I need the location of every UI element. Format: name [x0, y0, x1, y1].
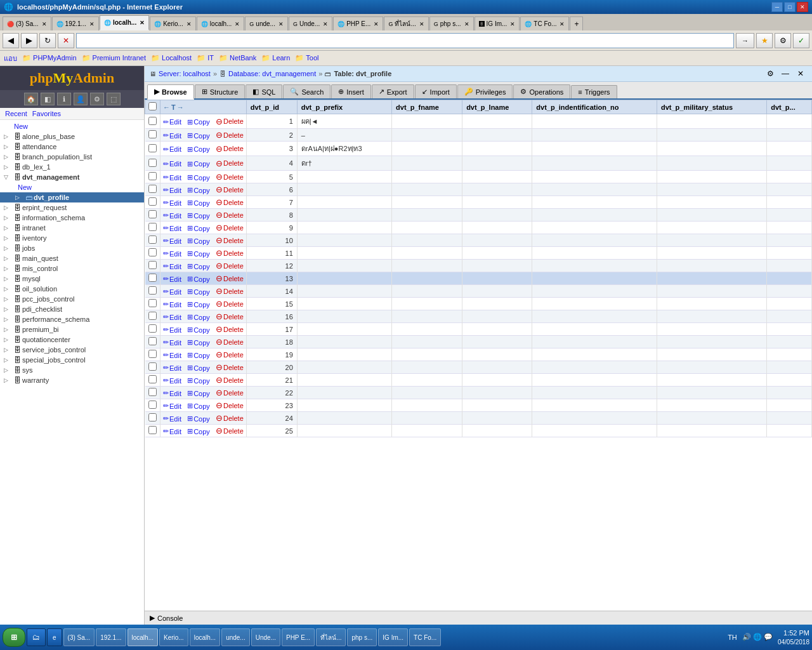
delete-link[interactable]: ⊖ Delete	[216, 388, 244, 397]
copy-link[interactable]: ⊞ Copy	[187, 199, 210, 207]
db-dvt-profile[interactable]: ▷ 🗃 dvt_profile	[0, 192, 144, 202]
tab-line[interactable]: Gที่ไลน์...✕	[384, 17, 428, 30]
edit-link[interactable]: ✏ Edit	[163, 224, 181, 232]
edit-link[interactable]: ✏ Edit	[163, 118, 181, 126]
col-dvt-p-mil[interactable]: dvt_p_military_status	[657, 100, 767, 114]
start-button[interactable]: ⊞	[3, 628, 25, 647]
db-dvt-new[interactable]: New	[0, 182, 144, 192]
db-mysql[interactable]: ▷ 🗄 mysql	[0, 274, 144, 284]
tab-sa-close[interactable]: ✕	[42, 21, 47, 27]
row-select-checkbox[interactable]	[148, 286, 157, 295]
tab-phps[interactable]: Gphp s...✕	[429, 17, 474, 30]
row-select-checkbox[interactable]	[148, 350, 157, 358]
delete-link[interactable]: ⊖ Delete	[216, 117, 244, 126]
close-button[interactable]: ✕	[797, 2, 808, 12]
tab-search[interactable]: 🔍 Search	[283, 84, 331, 98]
select-all-checkbox[interactable]	[148, 102, 157, 110]
edit-link[interactable]: ✏ Edit	[163, 427, 181, 435]
taskbar-btn-unde2[interactable]: Unde...	[251, 628, 280, 646]
db-alone[interactable]: ▷ 🗄 alone_plus_base	[0, 131, 144, 142]
delete-link[interactable]: ⊖ Delete	[216, 312, 244, 321]
edit-link[interactable]: ✏ Edit	[163, 351, 181, 359]
tab-privileges[interactable]: 🔑 Privileges	[457, 84, 513, 98]
taskbar-btn-sa[interactable]: (3) Sa...	[63, 628, 95, 646]
tab-ig[interactable]: 🅱IG Im...✕	[475, 17, 520, 30]
tab-php[interactable]: 🌐PHP E...✕	[333, 17, 383, 30]
stop-button[interactable]: ✕	[58, 33, 74, 48]
copy-link[interactable]: ⊞ Copy	[187, 173, 210, 182]
col-dvt-p-fname[interactable]: dvt_p_fname	[392, 100, 462, 114]
delete-link[interactable]: ⊖ Delete	[216, 413, 244, 423]
edit-link[interactable]: ✏ Edit	[163, 415, 181, 423]
db-mis[interactable]: ▷ 🗄 mis_control	[0, 263, 144, 274]
minimize-button[interactable]: ─	[771, 2, 783, 12]
delete-link[interactable]: ⊖ Delete	[216, 324, 244, 334]
row-select-checkbox[interactable]	[148, 401, 157, 409]
bookmark-learn[interactable]: 📁 Learn	[261, 54, 290, 62]
tab-local2[interactable]: 🌐localh...✕	[197, 17, 244, 30]
row-select-checkbox[interactable]	[148, 362, 157, 371]
taskbar-btn-local[interactable]: localh...	[128, 628, 158, 646]
copy-link[interactable]: ⊞ Copy	[187, 186, 210, 194]
copy-link[interactable]: ⊞ Copy	[187, 262, 210, 270]
tab-browse[interactable]: ▶ Browse	[147, 84, 194, 100]
edit-link[interactable]: ✏ Edit	[163, 145, 181, 154]
delete-link[interactable]: ⊖ Delete	[216, 130, 244, 140]
copy-link[interactable]: ⊞ Copy	[187, 275, 210, 283]
pma-home-icon[interactable]: 🏠	[24, 93, 38, 105]
copy-link[interactable]: ⊞ Copy	[187, 326, 210, 334]
edit-link[interactable]: ✏ Edit	[163, 275, 181, 283]
tab-unde[interactable]: Gunde...✕	[245, 17, 288, 30]
taskbar-btn-phps[interactable]: php s...	[347, 628, 377, 646]
delete-link[interactable]: ⊖ Delete	[216, 210, 244, 220]
db-branch[interactable]: ▷ 🗄 branch_population_list	[0, 152, 144, 162]
tab-192-close[interactable]: ✕	[89, 21, 95, 27]
copy-link[interactable]: ⊞ Copy	[187, 224, 210, 232]
bookmark-it[interactable]: 📁 IT	[197, 54, 214, 62]
pma-settings-icon[interactable]: ⚙	[90, 93, 104, 105]
delete-link[interactable]: ⊖ Delete	[216, 299, 244, 308]
row-select-checkbox[interactable]	[148, 261, 157, 269]
taskbar-btn-local2[interactable]: localh...	[190, 628, 220, 646]
row-select-checkbox[interactable]	[148, 274, 157, 282]
tab-tc-close[interactable]: ✕	[560, 21, 565, 27]
db-quotation[interactable]: ▷ 🗄 quotationcenter	[0, 335, 144, 345]
col-dvt-p-id[interactable]: dvt_p_id	[246, 100, 297, 114]
db-pcc[interactable]: ▷ 🗄 pcc_jobs_control	[0, 294, 144, 304]
bookmark-tool[interactable]: 📁 Tool	[295, 54, 318, 62]
tab-kerio[interactable]: 🌐Kerio...✕	[150, 17, 196, 30]
copy-link[interactable]: ⊞ Copy	[187, 300, 210, 308]
edit-link[interactable]: ✏ Edit	[163, 199, 181, 207]
row-select-checkbox[interactable]	[148, 159, 157, 167]
tab-192[interactable]: 🌐192.1...✕	[52, 17, 99, 30]
edit-link[interactable]: ✏ Edit	[163, 131, 181, 140]
panel-close-icon[interactable]: ✕	[794, 68, 807, 79]
tab-ig-close[interactable]: ✕	[510, 21, 515, 27]
col-dvt-p-prefix[interactable]: dvt_p_prefix	[297, 100, 391, 114]
tab-import[interactable]: ↙ Import	[415, 84, 457, 98]
delete-link[interactable]: ⊖ Delete	[216, 144, 244, 154]
copy-link[interactable]: ⊞ Copy	[187, 338, 210, 347]
tab-local-close[interactable]: ✕	[140, 20, 145, 26]
taskbar-btn-files[interactable]: 🗂	[27, 628, 46, 646]
tools-button[interactable]: ⚙	[775, 33, 791, 48]
bookmark-premium[interactable]: 📁 Premium Intranet	[82, 54, 146, 62]
delete-link[interactable]: ⊖ Delete	[216, 223, 244, 232]
console-bar[interactable]: ▶ Console	[145, 611, 812, 625]
edit-link[interactable]: ✏ Edit	[163, 326, 181, 334]
copy-link[interactable]: ⊞ Copy	[187, 351, 210, 359]
row-select-checkbox[interactable]	[148, 299, 157, 307]
row-select-checkbox[interactable]	[148, 426, 157, 434]
delete-link[interactable]: ⊖ Delete	[216, 172, 244, 182]
tab-unde2-close[interactable]: ✕	[323, 21, 328, 27]
copy-link[interactable]: ⊞ Copy	[187, 160, 210, 168]
edit-link[interactable]: ✏ Edit	[163, 402, 181, 410]
db-attendance[interactable]: ▷ 🗄 attendance	[0, 142, 144, 152]
row-select-checkbox[interactable]	[148, 324, 157, 333]
delete-link[interactable]: ⊖ Delete	[216, 401, 244, 410]
tab-line-close[interactable]: ✕	[419, 21, 424, 27]
edit-link[interactable]: ✏ Edit	[163, 300, 181, 308]
delete-link[interactable]: ⊖ Delete	[216, 337, 244, 347]
row-select-checkbox[interactable]	[148, 235, 157, 244]
taskbar-btn-php[interactable]: PHP E...	[282, 628, 315, 646]
